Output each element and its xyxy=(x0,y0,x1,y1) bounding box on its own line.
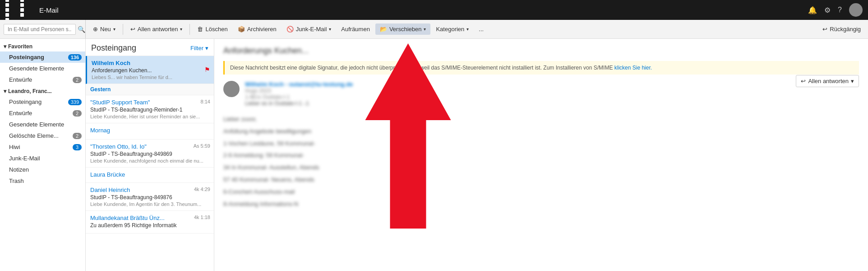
email-list-header: Posteingang Filter ▾ xyxy=(86,39,214,56)
email-avatar xyxy=(223,81,240,97)
aufraeumen-button[interactable]: Aufräumen xyxy=(337,23,374,35)
smime-banner: Diese Nachricht besitzt eine digitale Si… xyxy=(223,61,859,75)
sidebar-item-notizen[interactable]: Notizen xyxy=(0,164,85,175)
junk-email-button[interactable]: 🚫 Junk-E-Mail ▾ xyxy=(282,23,336,35)
search-icon: 🔍 xyxy=(78,26,85,33)
email-flag-icon: ⚑ xyxy=(204,66,210,73)
filter-caret: ▾ xyxy=(205,45,208,51)
search-input[interactable] xyxy=(4,24,76,35)
email-time-2: As 5:59 xyxy=(194,143,210,149)
reply-all-btn-icon: ↩ xyxy=(801,78,806,84)
email-sender-4: Mullandekanat Bräßtu Ünz... xyxy=(90,215,209,221)
email-content: Anforderungs Kuchen... Diese Nachricht b… xyxy=(214,39,868,271)
kategorien-caret: ▾ xyxy=(466,27,469,32)
sidebar-item-leandro-gesendete[interactable]: Gesendete Elemente xyxy=(0,119,85,130)
email-list: Wilhelm Koch Anforderungen Kuchen... Lie… xyxy=(86,56,214,271)
search-area: 🔍 xyxy=(0,20,86,38)
plus-icon: ⊕ xyxy=(93,26,98,33)
sep2 xyxy=(189,24,190,35)
email-from-name: Wilhelm Koch - outanst@tu-testung.de xyxy=(245,81,859,88)
email-subject-1: StudIP - TS-Beauftragung-Reminder-1 xyxy=(90,107,209,113)
trash-icon: 🗑 xyxy=(197,26,203,33)
inbox-title: Posteingang xyxy=(91,43,136,53)
email-date-separator: Gestern xyxy=(86,84,214,95)
chevron-down-icon-2: ▾ xyxy=(4,88,6,94)
rueckgaengig-button[interactable]: ↩ Rückgängig xyxy=(818,23,865,35)
header-row: 🔍 ⊕ Neu ▾ ↩ Allen antworten ▾ 🗑 Löschen … xyxy=(0,20,868,39)
sidebar-section-favoriten[interactable]: ▾ Favoriten xyxy=(0,41,85,51)
email-list-panel: Posteingang Filter ▾ Wilhelm Koch Anford… xyxy=(86,39,214,271)
sidebar-section-leandro[interactable]: ▾ Leandro, Franc... xyxy=(0,85,85,96)
email-from-time: Hugs 2023 xyxy=(245,88,859,94)
loeschen-button[interactable]: 🗑 Löschen xyxy=(193,23,232,35)
email-preview-1: Liebe Kundende, Hier ist unser Reminder … xyxy=(90,114,209,119)
email-item-1[interactable]: "StudIP Support Team" StudIP - TS-Beauft… xyxy=(86,95,214,123)
email-body: Lieber zuvor, Anfüllung Angebote bewilli… xyxy=(223,115,859,209)
junk-caret: ▾ xyxy=(329,27,331,32)
email-item-4[interactable]: Mullandekanat Bräßtu Ünz... Zu außerdem … xyxy=(86,211,214,234)
sidebar: ▾ Favoriten Posteingang 136 Gesendete El… xyxy=(0,39,86,271)
email-sender: Wilhelm Koch xyxy=(92,60,209,66)
archive-icon: 📦 xyxy=(238,26,245,33)
email-from-row: Wilhelm Koch - outanst@tu-testung.de Hug… xyxy=(223,81,859,108)
top-bar-icons: 🔔 ⚙ ? xyxy=(808,3,863,17)
allen-antworten-button[interactable]: ↩ Allen antworten ▾ xyxy=(126,23,187,35)
verschieben-button[interactable]: 📂 Verschieben ▾ xyxy=(375,23,431,35)
allen-antworten-caret: ▾ xyxy=(180,27,182,32)
email-item-mornag[interactable]: Mornag xyxy=(86,123,214,140)
email-preview: Liebes S... wir haben Termine für d... xyxy=(92,75,209,80)
avatar[interactable] xyxy=(849,3,863,17)
email-sender-2: "Thorsten Otto, Id. Io" xyxy=(90,143,209,150)
sep1 xyxy=(123,24,123,35)
email-time-1: 8:14 xyxy=(201,99,210,104)
email-content-subject: Anforderungs Kuchen... xyxy=(223,46,859,56)
email-to: Lieber es in Outdate-I-1 ↓1 xyxy=(245,100,859,107)
email-preview-3: Liebe Kundende, Im Agentin für den 3. Th… xyxy=(90,201,209,207)
email-subject: Anforderungen Kuchen... xyxy=(92,67,209,74)
sidebar-item-leandro-geloeschte[interactable]: Gelöschte Eleme... 2 xyxy=(0,130,85,141)
sidebar-item-leandro-entwuerfe[interactable]: Entwürfe 2 xyxy=(0,107,85,119)
move-icon: 📂 xyxy=(380,26,387,33)
main-layout: ▾ Favoriten Posteingang 136 Gesendete El… xyxy=(0,39,868,271)
more-button[interactable]: ... xyxy=(474,23,488,35)
undo-icon: ↩ xyxy=(822,26,827,33)
notification-icon[interactable]: 🔔 xyxy=(808,6,817,14)
email-item-active[interactable]: Wilhelm Koch Anforderungen Kuchen... Lie… xyxy=(86,56,214,84)
email-sender-mornag: Mornag xyxy=(90,127,209,134)
email-preview-2: Liebe Kundende, nachfolgend noch einmal … xyxy=(90,158,209,164)
kategorien-button[interactable]: Kategorien ▾ xyxy=(431,23,473,35)
archivieren-button[interactable]: 📦 Archivieren xyxy=(233,23,281,35)
email-item-laura[interactable]: Laura Brücke xyxy=(86,168,214,183)
email-item-3[interactable]: Daniel Heinrich StudIP - TS-Beauftragung… xyxy=(86,183,214,211)
settings-icon[interactable]: ⚙ xyxy=(824,6,831,14)
email-recipient: 1-8Ers Outdate-I-1 xyxy=(245,94,859,100)
email-sender-3: Daniel Heinrich xyxy=(90,187,209,193)
toolbar: ⊕ Neu ▾ ↩ Allen antworten ▾ 🗑 Löschen 📦 … xyxy=(86,20,868,38)
sidebar-item-posteingang[interactable]: Posteingang 136 xyxy=(0,51,85,63)
help-icon[interactable]: ? xyxy=(838,6,842,14)
app-title: E-Mail xyxy=(39,6,803,14)
sidebar-item-trash[interactable]: Trash xyxy=(0,175,85,187)
email-item-2[interactable]: "Thorsten Otto, Id. Io" StudIP - TS-Beau… xyxy=(86,140,214,168)
neu-caret: ▾ xyxy=(113,27,115,32)
chevron-down-icon: ▾ xyxy=(4,43,6,50)
reply-all-caret: ▾ xyxy=(851,78,854,84)
email-subject-3: StudIP - TS-Beauftragung-849876 xyxy=(90,194,209,201)
reply-all-icon: ↩ xyxy=(130,26,135,33)
email-time-3: 4k 4:29 xyxy=(194,187,210,192)
email-sender-1: "StudIP Support Team" xyxy=(90,99,209,106)
sidebar-item-hiwi[interactable]: Hiwi 3 xyxy=(0,141,85,153)
top-bar: E-Mail 🔔 ⚙ ? xyxy=(0,0,868,20)
neu-button[interactable]: ⊕ Neu ▾ xyxy=(88,23,120,35)
sidebar-item-gesendete[interactable]: Gesendete Elemente xyxy=(0,63,85,74)
sidebar-item-entwuerfe[interactable]: Entwürfe 2 xyxy=(0,74,85,85)
email-sender-laura: Laura Brücke xyxy=(90,171,209,178)
filter-button[interactable]: Filter ▾ xyxy=(190,45,208,51)
smime-link[interactable]: klicken Sie hier. xyxy=(614,65,652,71)
sidebar-item-junk[interactable]: Junk-E-Mail xyxy=(0,153,85,164)
sidebar-item-leandro-posteingang[interactable]: Posteingang 339 xyxy=(0,96,85,107)
reply-all-button[interactable]: ↩ Allen antworten ▾ xyxy=(796,75,859,87)
app-grid-button[interactable] xyxy=(5,0,34,22)
email-subject-4: Zu außerdem 95 Richtige Informatik xyxy=(90,222,209,229)
email-meta: Wilhelm Koch - outanst@tu-testung.de Hug… xyxy=(245,81,859,108)
